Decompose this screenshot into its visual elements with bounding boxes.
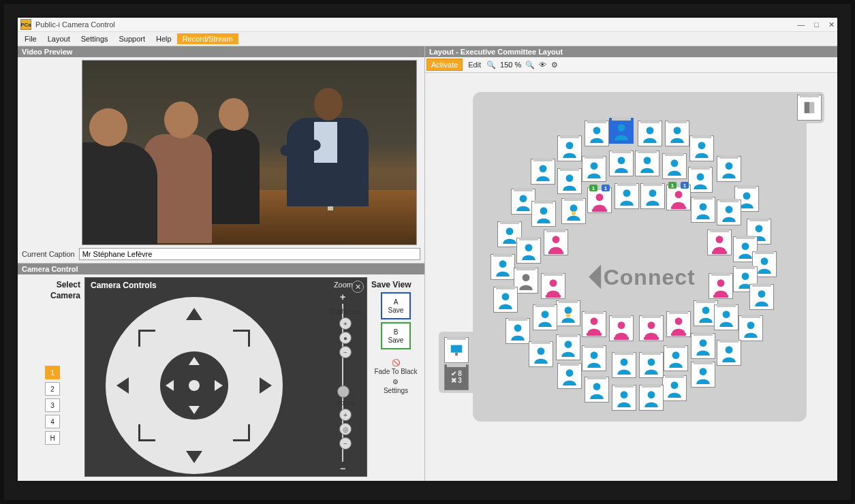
zoom-in-tool-icon[interactable]: 🔍: [525, 61, 535, 69]
maximize-icon[interactable]: □: [814, 20, 819, 29]
seat[interactable]: [557, 363, 582, 389]
seat[interactable]: [709, 273, 733, 299]
vote-count[interactable]: ✔8 ✖3: [444, 364, 469, 390]
zoom-out-icon[interactable]: −: [339, 463, 346, 474]
seat[interactable]: [691, 362, 715, 388]
save-view-b-button[interactable]: B Save: [381, 322, 411, 349]
seat[interactable]: [662, 153, 687, 179]
seat[interactable]: [717, 156, 741, 182]
no-symbol-icon[interactable]: 🚫: [392, 359, 400, 366]
layout-canvas[interactable]: Connect ✔8 ✖3 1111: [425, 73, 837, 481]
seat[interactable]: [557, 168, 582, 194]
focus-in[interactable]: +: [339, 409, 352, 421]
pan-down-arrow[interactable]: [186, 451, 202, 463]
seat[interactable]: [544, 230, 568, 255]
menu-layout[interactable]: Layout: [42, 33, 76, 44]
seat[interactable]: [691, 333, 715, 359]
door-icon[interactable]: [797, 95, 822, 121]
seat[interactable]: [717, 340, 741, 366]
close-ptz-icon[interactable]: ✕: [352, 281, 364, 293]
seat[interactable]: [638, 121, 662, 146]
zoom-in-icon[interactable]: +: [339, 292, 346, 302]
seat[interactable]: [662, 375, 687, 401]
fine-right[interactable]: [215, 380, 223, 391]
zoom-out-tool-icon[interactable]: 🔍: [486, 61, 496, 69]
menu-record-stream[interactable]: Record/Stream: [177, 33, 238, 44]
seat[interactable]: [582, 156, 606, 182]
seat[interactable]: [609, 151, 634, 176]
seat[interactable]: [666, 311, 691, 337]
seat[interactable]: [612, 352, 636, 378]
seat[interactable]: [749, 284, 774, 310]
seat[interactable]: [533, 304, 557, 330]
seat[interactable]: [714, 304, 739, 330]
seat[interactable]: [491, 254, 515, 280]
seat[interactable]: [639, 385, 664, 411]
seat[interactable]: [639, 315, 664, 341]
seat[interactable]: [493, 287, 518, 313]
menu-file[interactable]: File: [19, 33, 42, 44]
seat[interactable]: [665, 121, 689, 146]
activate-button[interactable]: Activate: [426, 59, 463, 71]
seat[interactable]: [585, 121, 609, 146]
pan-upright[interactable]: [233, 330, 250, 347]
seat[interactable]: [506, 318, 530, 344]
brightness-down[interactable]: −: [339, 346, 352, 358]
seat[interactable]: [691, 197, 715, 223]
seat[interactable]: [531, 159, 555, 185]
zoom-thumb[interactable]: [337, 385, 349, 398]
camera-home-button[interactable]: H: [45, 431, 60, 445]
seat[interactable]: [582, 345, 606, 371]
fine-up[interactable]: [189, 357, 200, 365]
seat[interactable]: [556, 300, 580, 326]
pan-up-arrow[interactable]: [186, 308, 202, 320]
seat[interactable]: [541, 273, 565, 299]
seat[interactable]: [640, 183, 665, 209]
menu-settings[interactable]: Settings: [76, 33, 114, 44]
seat[interactable]: [639, 352, 664, 378]
seat[interactable]: [717, 200, 741, 225]
seat[interactable]: [688, 167, 713, 193]
fine-left[interactable]: [166, 380, 174, 391]
pan-right-arrow[interactable]: [260, 377, 272, 394]
gear-icon[interactable]: ⚙: [550, 61, 559, 69]
seat[interactable]: [739, 315, 763, 341]
seat[interactable]: [612, 385, 636, 411]
eye-icon[interactable]: 👁: [538, 61, 547, 69]
seat[interactable]: [556, 334, 580, 360]
save-view-a-button[interactable]: A Save: [381, 292, 411, 319]
menu-help[interactable]: Help: [151, 33, 177, 44]
seat[interactable]: [585, 377, 609, 403]
seat[interactable]: [689, 136, 714, 161]
fine-down[interactable]: [189, 406, 200, 414]
menu-support[interactable]: Support: [114, 33, 151, 44]
pan-upleft[interactable]: [138, 330, 155, 347]
edit-button[interactable]: Edit: [465, 59, 484, 70]
minimize-icon[interactable]: —: [797, 20, 805, 29]
seat[interactable]: 11: [587, 187, 612, 213]
seat[interactable]: [516, 238, 541, 264]
seat[interactable]: 11: [666, 185, 691, 210]
camera-2-button[interactable]: 2: [45, 382, 60, 396]
caption-input[interactable]: [79, 248, 420, 260]
seat[interactable]: [635, 151, 659, 176]
camera-3-button[interactable]: 3: [45, 398, 60, 412]
seat[interactable]: [609, 118, 634, 144]
seat[interactable]: [561, 198, 586, 224]
ptz-pad[interactable]: [106, 297, 283, 474]
close-icon[interactable]: ✕: [828, 20, 835, 29]
seat[interactable]: [664, 345, 688, 371]
camera-4-button[interactable]: 4: [45, 415, 60, 428]
projector-icon[interactable]: [444, 337, 469, 363]
gear-icon[interactable]: ⚙: [392, 378, 399, 385]
ptz-center[interactable]: [189, 380, 200, 391]
seat[interactable]: [529, 341, 553, 367]
pan-downright[interactable]: [233, 424, 250, 441]
camera-1-button[interactable]: 1: [45, 366, 60, 379]
seat[interactable]: [531, 201, 556, 227]
seat[interactable]: [582, 311, 606, 337]
pan-left-arrow[interactable]: [116, 377, 129, 394]
seat[interactable]: [609, 315, 634, 341]
brightness-up[interactable]: +: [339, 317, 352, 330]
seat[interactable]: [557, 136, 582, 161]
